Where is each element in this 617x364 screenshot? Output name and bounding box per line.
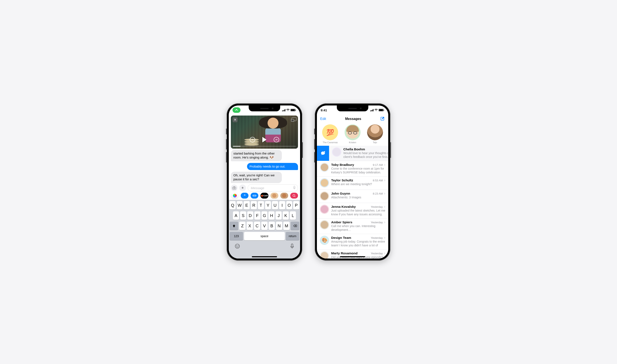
battery-icon xyxy=(379,109,384,111)
wifi-icon xyxy=(286,109,290,111)
message-placeholder: iMessage xyxy=(251,186,264,190)
home-indicator[interactable] xyxy=(252,256,277,257)
svg-rect-6 xyxy=(254,195,254,196)
memoji-app-icon[interactable] xyxy=(270,193,278,199)
svg-point-12 xyxy=(236,246,237,246)
avatar xyxy=(320,163,329,172)
key-k[interactable]: K xyxy=(283,211,289,220)
compose-bar: iMessage xyxy=(229,183,300,193)
pinned-contact[interactable]: Tejo xyxy=(367,124,383,144)
dictate-keyboard-icon[interactable] xyxy=(290,243,294,250)
key-a[interactable]: A xyxy=(233,211,239,220)
key-space[interactable]: space xyxy=(244,232,285,240)
key-delete[interactable] xyxy=(291,222,299,230)
apple-cash-icon[interactable]: 🍎Cash xyxy=(260,193,268,199)
home-indicator[interactable] xyxy=(340,256,365,257)
key-t[interactable]: T xyxy=(258,201,264,209)
keyboard[interactable]: Q W E R T Y U I O P A S D F G H xyxy=(229,200,300,259)
hashtag-images-icon[interactable] xyxy=(290,193,298,199)
key-l[interactable]: L xyxy=(290,211,296,220)
svg-rect-9 xyxy=(256,195,256,196)
camera-icon[interactable] xyxy=(231,184,238,191)
skip-back-15-icon[interactable]: 15 xyxy=(250,137,255,142)
key-j[interactable]: J xyxy=(276,211,282,220)
memoji-app-icon-2[interactable] xyxy=(280,193,288,199)
avatar xyxy=(332,147,341,157)
key-shift[interactable] xyxy=(229,222,238,230)
chevron-right-icon: › xyxy=(384,191,385,195)
emoji-keyboard-icon[interactable] xyxy=(235,243,240,250)
screen-conversation: ✕ 15 15 started barking from the other r… xyxy=(229,105,300,259)
pinned-conversations: 💯 The Cavannas Kristen Tejo xyxy=(317,123,388,146)
key-z[interactable]: Z xyxy=(239,222,245,230)
appstore-app-icon[interactable] xyxy=(241,193,248,199)
message-input[interactable]: iMessage xyxy=(248,184,298,191)
svg-rect-7 xyxy=(255,194,255,197)
wifi-icon xyxy=(375,109,378,111)
conversation-row[interactable]: Toby Bradbury9:17 AM› Come to the confer… xyxy=(317,161,388,177)
conversation-row[interactable]: Taylor Schultz8:53 AM› Where are we meet… xyxy=(317,177,388,190)
conversation-list[interactable]: Chella Boehm9:3 Would love to hear your … xyxy=(317,146,388,259)
dictation-icon[interactable] xyxy=(293,186,296,190)
close-icon[interactable]: ✕ xyxy=(232,117,238,122)
iphone-right: 9:41 Edit Messages 💯 The Cavannas xyxy=(315,103,390,261)
key-r[interactable]: R xyxy=(251,201,257,209)
page-title: Messages xyxy=(345,117,361,121)
pinned-contact[interactable]: 💯 The Cavannas xyxy=(322,124,338,144)
key-s[interactable]: S xyxy=(240,211,246,220)
pinned-contact[interactable]: Kristen xyxy=(345,124,361,144)
compose-icon[interactable] xyxy=(380,116,385,122)
pip-restore-icon[interactable] xyxy=(292,117,296,121)
key-return[interactable]: return xyxy=(286,232,299,240)
key-w[interactable]: W xyxy=(237,201,243,209)
key-g[interactable]: G xyxy=(261,211,268,220)
shareplay-pill[interactable] xyxy=(232,107,241,113)
status-time: 9:41 xyxy=(321,108,327,112)
skip-fwd-15-icon[interactable]: 15 xyxy=(274,137,279,142)
svg-point-16 xyxy=(324,151,325,153)
key-u[interactable]: U xyxy=(272,201,278,209)
play-icon[interactable] xyxy=(262,137,267,142)
conversation-row[interactable]: Chella Boehm9:3 Would love to hear your … xyxy=(329,146,388,161)
imessage-app-strip[interactable]: 🍎Cash xyxy=(229,193,300,200)
pip-video[interactable]: ✕ 15 15 xyxy=(231,116,298,149)
conversation-thread[interactable]: started barking from the other room. He'… xyxy=(229,149,300,183)
message-bubble-in[interactable]: Oh, wait, you're right! Can we pause it … xyxy=(231,172,282,183)
key-v[interactable]: V xyxy=(261,222,268,230)
key-f[interactable]: F xyxy=(254,211,260,220)
key-m[interactable]: M xyxy=(283,222,290,230)
avatar xyxy=(320,205,329,214)
key-i[interactable]: I xyxy=(279,201,285,209)
cellular-icon xyxy=(370,109,374,111)
svg-point-11 xyxy=(235,244,240,248)
key-d[interactable]: D xyxy=(247,211,253,220)
edit-button[interactable]: Edit xyxy=(320,117,326,121)
key-n[interactable]: N xyxy=(276,222,282,230)
key-123[interactable]: 123 xyxy=(229,232,243,240)
key-h[interactable]: H xyxy=(268,211,274,220)
key-b[interactable]: B xyxy=(269,222,275,230)
key-y[interactable]: Y xyxy=(265,201,271,209)
audio-app-icon[interactable] xyxy=(251,193,258,199)
mark-unread-action[interactable] xyxy=(317,146,329,161)
key-o[interactable]: O xyxy=(286,201,292,209)
chevron-right-icon: › xyxy=(384,236,385,239)
key-e[interactable]: E xyxy=(244,201,250,209)
svg-rect-4 xyxy=(253,195,253,196)
video-progress[interactable] xyxy=(233,146,296,147)
message-bubble-out[interactable]: Probably needs to go out. xyxy=(247,163,298,170)
key-x[interactable]: X xyxy=(247,222,253,230)
key-p[interactable]: P xyxy=(293,201,299,209)
conversation-row[interactable]: John Guynn8:23 AM› Attachments: 3 Images xyxy=(317,190,388,203)
conversation-row[interactable]: Jenna KovalskyYesterday› Just uploaded t… xyxy=(317,203,388,219)
photos-app-icon[interactable] xyxy=(231,193,239,199)
conversation-row[interactable]: Amber SpiersYesterday› Call me when you … xyxy=(317,219,388,234)
message-bubble-in[interactable]: started barking from the other room. He'… xyxy=(231,150,282,161)
key-c[interactable]: C xyxy=(254,222,260,230)
battery-icon xyxy=(290,109,295,111)
app-drawer-icon[interactable] xyxy=(239,184,246,191)
iphone-left: ✕ 15 15 started barking from the other r… xyxy=(227,103,302,261)
key-q[interactable]: Q xyxy=(229,201,236,209)
avatar: 🎨 xyxy=(320,236,329,245)
conversation-row[interactable]: 🎨 Design TeamYesterday› Amazing job toda… xyxy=(317,234,388,249)
